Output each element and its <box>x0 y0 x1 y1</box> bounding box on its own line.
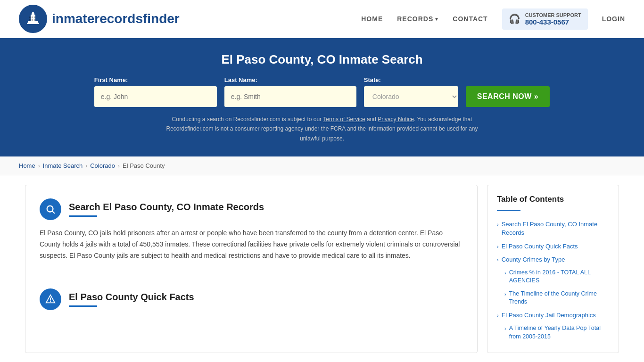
first-name-group: First Name: <box>94 76 217 107</box>
support-info: CUSTOMER SUPPORT 800-433-0567 <box>525 12 581 26</box>
warning-icon-circle <box>40 288 61 310</box>
nav-records[interactable]: RECORDS ▾ <box>397 15 438 23</box>
toc-link-2[interactable]: › El Paso County Quick Facts <box>497 242 609 251</box>
toc-link-6[interactable]: › El Paso County Jail Demographics <box>497 311 609 320</box>
svg-rect-10 <box>34 19 35 21</box>
toc-item-7: › A Timeline of Yearly Data Pop Total fr… <box>497 322 609 343</box>
toc-arrow-1: › <box>497 221 499 228</box>
section-search-title: Search El Paso County, CO Inmate Records <box>69 202 264 213</box>
svg-rect-2 <box>28 21 38 23</box>
svg-rect-6 <box>32 16 33 18</box>
toc-title: Table of Contents <box>497 195 609 204</box>
toc-link-1[interactable]: › Search El Paso County, CO Inmate Recor… <box>497 220 609 237</box>
search-form: First Name: Last Name: State: Colorado S… <box>19 76 625 107</box>
toc-item-5: › The Timeline of the County Crime Trend… <box>497 288 609 309</box>
privacy-link[interactable]: Privacy Notice <box>378 116 414 123</box>
svg-rect-5 <box>29 16 31 18</box>
content-right: Table of Contents › Search El Paso Count… <box>487 185 619 353</box>
toc-item-2: › El Paso County Quick Facts <box>497 240 609 253</box>
svg-point-14 <box>50 301 51 302</box>
customer-support-box: 🎧 CUSTOMER SUPPORT 800-433-0567 <box>502 8 588 30</box>
state-select[interactable]: Colorado <box>364 86 458 107</box>
breadcrumb: Home › Inmate Search › Colorado › El Pas… <box>0 156 644 175</box>
nav-home[interactable]: HOME <box>361 15 383 23</box>
main-content: Search El Paso County, CO Inmate Records… <box>16 175 628 362</box>
chevron-down-icon: ▾ <box>435 16 438 22</box>
hero-banner: El Paso County, CO Inmate Search First N… <box>0 38 644 156</box>
toc-arrow-4: › <box>504 270 506 277</box>
section-quickfacts-title: El Paso County Quick Facts <box>69 292 194 303</box>
toc-item-4: › Crimes % in 2016 - TOTAL ALL AGENCIES <box>497 266 609 288</box>
state-group: State: Colorado <box>364 76 458 107</box>
state-label: State: <box>364 76 458 83</box>
toc-link-3[interactable]: › County Crimes by Type <box>497 255 609 264</box>
svg-rect-3 <box>27 23 39 24</box>
section-search-underline <box>69 215 97 217</box>
section-search-header: Search El Paso County, CO Inmate Records <box>40 198 463 220</box>
last-name-input[interactable] <box>224 86 356 107</box>
breadcrumb-colorado[interactable]: Colorado <box>90 162 115 169</box>
section-quickfacts-header: El Paso County Quick Facts <box>40 288 463 310</box>
last-name-group: Last Name: <box>224 76 356 107</box>
headset-icon: 🎧 <box>509 13 520 25</box>
section-quickfacts-underline <box>69 305 97 307</box>
logo-area: inmaterecordsfinder <box>19 5 180 33</box>
breadcrumb-home[interactable]: Home <box>19 162 35 169</box>
section-search-body: El Paso County, CO jails hold prisoners … <box>40 228 463 261</box>
breadcrumb-current: El Paso County <box>123 162 165 169</box>
tos-link[interactable]: Terms of Service <box>323 116 365 123</box>
toc-arrow-5: › <box>504 291 506 298</box>
toc-link-4[interactable]: › Crimes % in 2016 - TOTAL ALL AGENCIES <box>504 269 609 285</box>
first-name-input[interactable] <box>94 86 217 107</box>
hero-disclaimer: Conducting a search on Recordsfinder.com… <box>157 115 487 143</box>
toc-box: Table of Contents › Search El Paso Count… <box>487 185 619 353</box>
search-icon-circle <box>40 198 61 220</box>
breadcrumb-sep-3: › <box>118 163 120 169</box>
toc-link-5[interactable]: › The Timeline of the County Crime Trend… <box>504 290 609 306</box>
nav-contact[interactable]: CONTACT <box>453 15 487 23</box>
svg-rect-4 <box>32 12 34 14</box>
section-quickfacts-title-block: El Paso County Quick Facts <box>69 292 194 307</box>
toc-arrow-7: › <box>504 325 506 332</box>
search-button[interactable]: SEARCH NOW » <box>466 86 550 107</box>
toc-item-1: › Search El Paso County, CO Inmate Recor… <box>497 218 609 239</box>
section-quickfacts: El Paso County Quick Facts <box>25 275 477 330</box>
logo-text: inmaterecordsfinder <box>52 11 180 26</box>
last-name-label: Last Name: <box>224 76 356 83</box>
toc-list: › Search El Paso County, CO Inmate Recor… <box>497 218 609 343</box>
breadcrumb-sep-2: › <box>85 163 87 169</box>
logo-icon <box>19 5 47 33</box>
nav-login[interactable]: LOGIN <box>602 15 625 23</box>
svg-line-12 <box>52 211 54 213</box>
svg-rect-9 <box>32 19 33 21</box>
toc-arrow-3: › <box>497 256 499 263</box>
site-header: inmaterecordsfinder HOME RECORDS ▾ CONTA… <box>0 0 644 38</box>
toc-item-3: › County Crimes by Type <box>497 253 609 266</box>
toc-item-6: › El Paso County Jail Demographics <box>497 309 609 322</box>
breadcrumb-inmate-search[interactable]: Inmate Search <box>43 162 83 169</box>
section-search-title-block: Search El Paso County, CO Inmate Records <box>69 202 264 217</box>
breadcrumb-sep-1: › <box>38 163 40 169</box>
toc-arrow-2: › <box>497 243 499 250</box>
svg-rect-8 <box>29 19 31 21</box>
main-nav: HOME RECORDS ▾ CONTACT 🎧 CUSTOMER SUPPOR… <box>361 8 625 30</box>
content-left: Search El Paso County, CO Inmate Records… <box>25 185 478 353</box>
svg-rect-7 <box>34 16 35 18</box>
hero-title: El Paso County, CO Inmate Search <box>19 52 625 67</box>
section-search: Search El Paso County, CO Inmate Records… <box>25 185 477 275</box>
toc-arrow-6: › <box>497 312 499 319</box>
first-name-label: First Name: <box>94 76 217 83</box>
toc-divider <box>497 210 520 211</box>
toc-link-7[interactable]: › A Timeline of Yearly Data Pop Total fr… <box>504 324 609 341</box>
